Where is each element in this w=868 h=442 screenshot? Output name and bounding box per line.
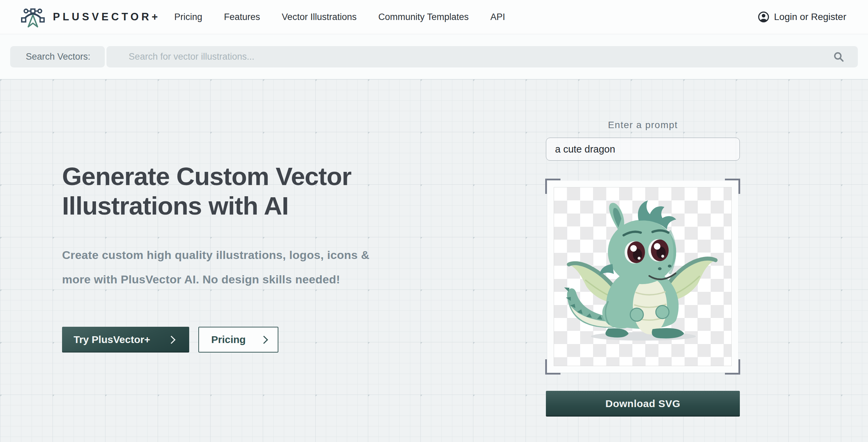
hero-section: Generate Custom Vector Illustrations wit… bbox=[0, 79, 868, 442]
hero-subtitle-line1: Create custom high quality illustrations… bbox=[62, 243, 370, 267]
download-svg-button[interactable]: Download SVG bbox=[546, 391, 740, 417]
nav-link-features[interactable]: Features bbox=[224, 12, 260, 22]
cta-row: Try PlusVector+ Pricing bbox=[62, 327, 278, 353]
main-nav: Pricing Features Vector Illustrations Co… bbox=[174, 0, 505, 34]
preview-card bbox=[547, 181, 738, 373]
brand-name: PLUSVECTOR+ bbox=[53, 11, 160, 23]
preview-frame bbox=[545, 179, 740, 375]
crop-corner-bracket bbox=[725, 179, 740, 194]
prompt-label: Enter a prompt bbox=[546, 120, 740, 130]
user-circle-icon bbox=[758, 11, 769, 23]
try-plusvector-button[interactable]: Try PlusVector+ bbox=[62, 327, 189, 353]
pricing-button-label: Pricing bbox=[211, 334, 246, 345]
crop-corner-bracket bbox=[545, 359, 560, 375]
chevron-right-icon bbox=[260, 336, 268, 344]
search-label: Search Vectors: bbox=[26, 52, 91, 62]
hero-subtitle: Create custom high quality illustrations… bbox=[62, 243, 370, 292]
brand-logo[interactable]: PLUSVECTOR+ bbox=[21, 0, 160, 34]
search-input[interactable] bbox=[128, 51, 825, 62]
nav-link-api[interactable]: API bbox=[490, 12, 505, 22]
login-or-register-button[interactable]: Login or Register bbox=[758, 0, 846, 34]
chevron-right-icon bbox=[167, 336, 175, 344]
top-nav-bar: PLUSVECTOR+ Pricing Features Vector Illu… bbox=[0, 0, 868, 34]
prompt-input[interactable] bbox=[546, 138, 740, 161]
search-label-chip: Search Vectors: bbox=[10, 46, 105, 67]
search-section: Search Vectors: bbox=[0, 34, 868, 79]
generated-dragon-illustration bbox=[554, 187, 731, 366]
pen-tool-bezier-icon bbox=[21, 6, 45, 27]
plusvector-landing-page: PLUSVECTOR+ Pricing Features Vector Illu… bbox=[0, 0, 868, 442]
nav-link-pricing[interactable]: Pricing bbox=[174, 12, 202, 22]
page-title-line1: Generate Custom Vector bbox=[62, 162, 351, 191]
transparency-checkerboard bbox=[554, 187, 732, 366]
login-label: Login or Register bbox=[774, 12, 846, 22]
search-icon[interactable] bbox=[833, 52, 844, 62]
crop-corner-bracket bbox=[545, 179, 560, 194]
page-title-line2: Illustrations with AI bbox=[62, 191, 351, 221]
pricing-button[interactable]: Pricing bbox=[198, 327, 278, 353]
nav-link-vector-illustrations[interactable]: Vector Illustrations bbox=[282, 12, 357, 22]
search-input-wrap bbox=[106, 46, 858, 67]
page-title: Generate Custom Vector Illustrations wit… bbox=[62, 162, 351, 221]
crop-corner-bracket bbox=[725, 359, 740, 375]
try-plusvector-label: Try PlusVector+ bbox=[74, 334, 150, 345]
hero-subtitle-line2: more with PlusVector AI. No design skill… bbox=[62, 267, 370, 292]
nav-link-community-templates[interactable]: Community Templates bbox=[378, 12, 469, 22]
